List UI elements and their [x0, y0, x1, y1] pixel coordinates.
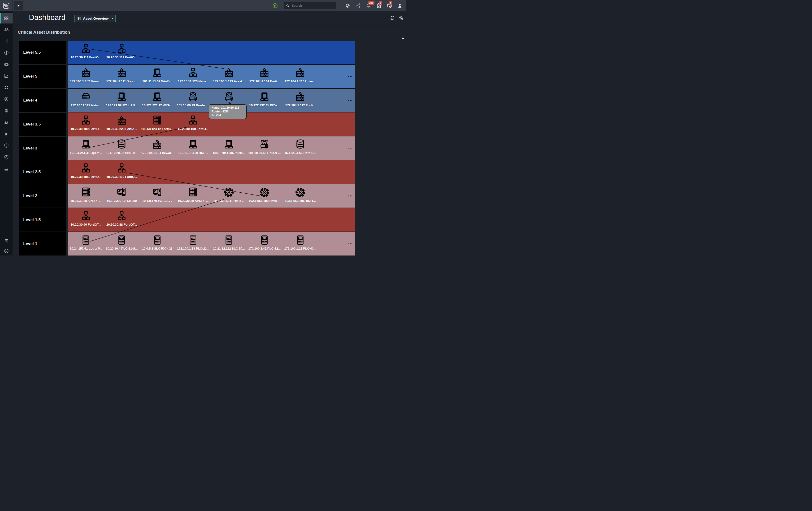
asset-node[interactable]: PLC 10.21.32.112 SLC 50...: [212, 235, 246, 250]
asset-node[interactable]: 10.20.30.110 FortiO...: [105, 163, 139, 179]
asset-node[interactable]: 192.121.99.121 LAB...: [105, 91, 139, 107]
sidebar-item-tasks[interactable]: [0, 237, 12, 245]
firewall-icon: [69, 67, 103, 79]
manage-widgets-button[interactable]: [398, 15, 404, 21]
clipboard-icon: [4, 238, 9, 244]
asset-node[interactable]: 172.104.1.10 Firewal...: [140, 139, 174, 155]
tasks-button[interactable]: 3: [376, 3, 382, 8]
asset-node[interactable]: 172.104.1.123 Avast...: [212, 67, 246, 83]
asset-node[interactable]: 10.20.30.111 FortiO...: [69, 44, 103, 59]
asset-node[interactable]: 172.104.1.112 Forti...: [283, 91, 317, 107]
asset-label: 172.104.1.112 Forti...: [283, 104, 317, 107]
collapse-caret-icon[interactable]: [402, 37, 404, 39]
asset-node[interactable]: 10.20.30.108 FortiO...: [176, 115, 210, 131]
sidebar-item-account[interactable]: [0, 248, 12, 255]
asset-label: 10.20.30.223 FortiA...: [105, 127, 139, 131]
notifications-button[interactable]: 289: [366, 3, 371, 8]
network-tree-icon: [176, 67, 210, 79]
row-overflow-ellipsis[interactable]: [347, 89, 353, 112]
row-overflow-ellipsis[interactable]: [347, 65, 353, 88]
asset-node[interactable]: 10.20.30.20 AP567 -...: [176, 187, 210, 203]
sidebar-item-energy[interactable]: [0, 47, 12, 58]
level-band: 10.20.30.111 FortiO... 10.20.30.112 Fort…: [68, 41, 355, 64]
asset-node[interactable]: 16.122.34.56 Hard D...: [283, 139, 317, 155]
plc-icon: PLC: [140, 235, 174, 247]
asset-node[interactable]: 10.20.30.105 FortiO...: [69, 163, 103, 179]
sidebar-item-traffic[interactable]: [0, 35, 12, 47]
sidebar-item-analytics[interactable]: [0, 70, 12, 82]
asset-node[interactable]: 172.104.1.101 Forti...: [248, 67, 282, 83]
asset-node[interactable]: 10.20.30.18 AP567 -...: [69, 187, 103, 203]
network-tree-icon: [69, 211, 103, 223]
asset-node[interactable]: PLC 10.0.5.2 SLC 500 - 23: [140, 235, 174, 250]
asset-label: 192.168.1.205 192.1...: [283, 199, 317, 203]
asset-node[interactable]: 10.122.232.45 DEV-...: [248, 91, 282, 107]
asset-node[interactable]: 172.10.11.122 Netw...: [69, 91, 103, 107]
sidebar-item-network[interactable]: [0, 105, 12, 116]
asset-node[interactable]: PLC 10.24.152.61 Logix P...: [69, 235, 103, 250]
asset-node[interactable]: 172.104.1.111 Soph...: [105, 67, 139, 83]
asset-node[interactable]: 10.20.30.223 FortiA...: [105, 115, 139, 131]
asset-node[interactable]: 10.1.0.170 10.1.0.170: [140, 187, 174, 203]
asset-node[interactable]: 10.134.241.41 Opera...: [69, 139, 103, 155]
sidebar-item-security[interactable]: [0, 151, 12, 163]
dashboard-grid-icon: [4, 16, 9, 21]
asset-node[interactable]: 103.68.123.12 FortiS...: [140, 115, 174, 131]
row-overflow-ellipsis[interactable]: [347, 184, 353, 208]
critical-asset-distribution-chart: Level 5.5Level 5Level 4Level 3.5Level 3L…: [19, 41, 406, 256]
sidebar-item-playback[interactable]: [0, 128, 12, 140]
level-label: Level 2: [19, 184, 66, 207]
asset-node[interactable]: 192.168.1.111 HMIs ...: [212, 187, 246, 203]
user-menu-button[interactable]: [397, 3, 403, 8]
asset-node[interactable]: PLC 172.100.1.41 PLC-12...: [248, 235, 282, 250]
sidebar-item-asset-inventory[interactable]: [0, 93, 12, 105]
asset-node[interactable]: 101.11.85.32 Win7-...: [140, 67, 174, 83]
asset-node[interactable]: 192.168.1.205 192.1...: [283, 187, 317, 203]
settings-button[interactable]: [345, 3, 350, 8]
row-overflow-ellipsis[interactable]: [347, 232, 353, 256]
view-selector-dropdown[interactable]: Asset Overview ▾: [74, 15, 116, 22]
sidebar-item-widgets[interactable]: [0, 82, 12, 93]
network-tree-icon: [176, 115, 210, 127]
sidebar-item-assets-case[interactable]: [0, 58, 12, 70]
system-health-button[interactable]: [272, 3, 278, 8]
system-processes-button[interactable]: !: [386, 3, 392, 8]
level-label: Level 5: [19, 65, 66, 88]
sidebar-item-users[interactable]: [0, 116, 12, 128]
asset-label: 10.121.221.12 WIN-...: [140, 104, 174, 107]
search-box[interactable]: [284, 2, 336, 9]
asset-node[interactable]: 172.10.11.126 Netw...: [176, 67, 210, 83]
asset-node[interactable]: 10.20.30.90 FortiOT...: [69, 211, 103, 226]
asset-label: 10.20.30.88 FortiOT...: [105, 223, 139, 226]
asset-node[interactable]: 101.10.60.99 Router ...: [176, 91, 210, 107]
asset-node[interactable]: 172.104.1.110 Huaw...: [283, 67, 317, 83]
asset-node[interactable]: 101.10.60.45 Router ...: [248, 139, 282, 155]
asset-node[interactable]: 10.1.0.200 10.1.0.200: [105, 187, 139, 203]
sidebar-item-user-groups[interactable]: [0, 24, 12, 35]
asset-node[interactable]: PLC 10.20.30.4 PLC-21-S...: [105, 235, 139, 250]
asset-node[interactable]: 192.168.1.100 HMIs ...: [248, 187, 282, 203]
asset-node[interactable]: 101.10.28.32 Pen Dr...: [105, 139, 139, 155]
search-input[interactable]: [292, 4, 332, 7]
level-band: 10.20.30.105 FortiO... 10.20.30.110 Fort…: [68, 160, 355, 184]
refresh-button[interactable]: [389, 15, 395, 21]
asset-node[interactable]: 10.20.30.112 FortiO...: [105, 44, 139, 59]
network-tree-icon: [105, 211, 139, 223]
asset-node[interactable]: 10.20.30.109 FortiO...: [69, 115, 103, 131]
asset-node[interactable]: fe80::78a1:a87:f52f:...: [212, 139, 246, 155]
asset-node[interactable]: 192.168.1.100 HMI-...: [176, 139, 210, 155]
sidebar-item-facility[interactable]: [0, 163, 12, 175]
network-tree-icon: [69, 44, 103, 55]
asset-node[interactable]: PLC 172.100.1.13 PLC-22...: [176, 235, 210, 250]
asset-node[interactable]: 172.104.1.152 Huaw...: [69, 67, 103, 83]
asset-node[interactable]: PLC 172.100.1.11 PLC-03...: [283, 235, 317, 250]
topology-button[interactable]: [355, 3, 361, 8]
app-logo[interactable]: [0, 0, 12, 11]
asset-node[interactable]: 10.20.30.88 FortiOT...: [105, 211, 139, 226]
asset-node[interactable]: 10.121.221.12 WIN-...: [140, 91, 174, 107]
sidebar-item-threat-protection[interactable]: [0, 140, 12, 151]
row-overflow-ellipsis[interactable]: [347, 136, 353, 160]
sidebar-item-dashboard[interactable]: [0, 13, 12, 24]
refresh-icon: [389, 15, 395, 21]
play-button[interactable]: [14, 1, 23, 10]
